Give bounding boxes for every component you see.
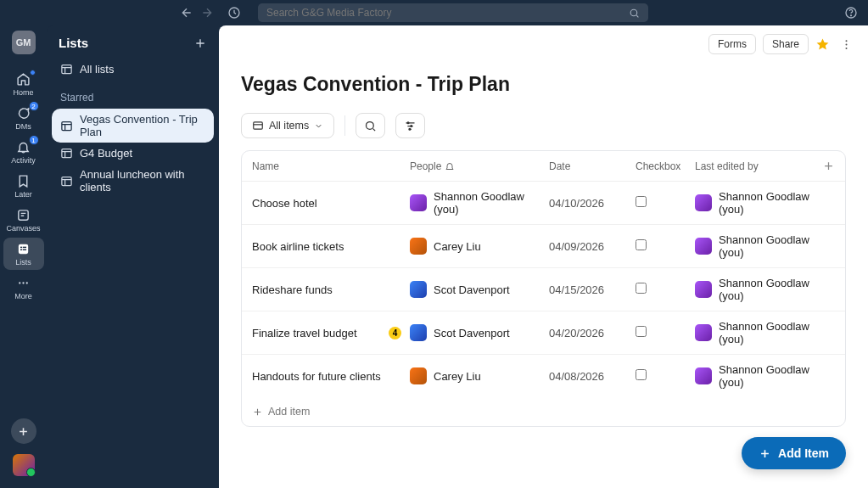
rail-later-label: Later: [14, 190, 32, 199]
cell-date: 04/08/2026: [549, 370, 636, 383]
lists-icon: [16, 241, 31, 256]
rail-home-label: Home: [13, 88, 33, 97]
svg-rect-16: [62, 177, 71, 185]
svg-rect-14: [62, 121, 71, 130]
workspace-switcher[interactable]: GM: [12, 31, 36, 54]
list-icon: [60, 175, 73, 188]
rail-more[interactable]: More: [3, 272, 44, 304]
avatar: [410, 281, 427, 298]
history-icon[interactable]: [227, 6, 241, 20]
sidebar-all-lists[interactable]: All lists: [52, 59, 214, 80]
rail-lists[interactable]: Lists: [3, 238, 44, 270]
star-icon[interactable]: [815, 37, 830, 52]
cell-date: 04/10/2026: [549, 197, 636, 210]
add-item-fab[interactable]: Add Item: [742, 437, 846, 469]
svg-rect-9: [23, 249, 26, 250]
row-checkbox[interactable]: [636, 369, 647, 380]
list-table: Name People Date Checkbox Last edited by…: [241, 150, 846, 427]
cell-name: Choose hotel: [252, 197, 410, 210]
avatar: [410, 238, 427, 255]
table-header: Name People Date Checkbox Last edited by: [242, 151, 845, 182]
cell-checkbox: [636, 326, 695, 339]
more-actions-icon[interactable]: [837, 38, 856, 51]
back-button[interactable]: [180, 6, 193, 20]
cell-checkbox: [636, 196, 695, 210]
sidebar-item[interactable]: G4 Budget: [52, 143, 214, 164]
col-name[interactable]: Name: [252, 160, 410, 172]
svg-rect-15: [62, 149, 71, 158]
avatar: [695, 281, 712, 298]
cell-edited: Shannon Goodlaw (you): [695, 277, 835, 302]
help-icon[interactable]: [844, 6, 858, 20]
add-item-row[interactable]: Add item: [242, 397, 845, 426]
search-input[interactable]: [266, 7, 629, 19]
search-bar[interactable]: [258, 3, 648, 22]
home-unread-dot: [30, 70, 36, 76]
more-icon: [16, 275, 31, 290]
search-list-button[interactable]: [356, 113, 385, 138]
sidebar-starred-label: Starred: [52, 80, 214, 109]
rail-more-label: More: [14, 292, 32, 300]
add-column-button[interactable]: [822, 160, 835, 172]
col-date[interactable]: Date: [549, 160, 636, 172]
share-button[interactable]: Share: [763, 34, 809, 54]
col-people[interactable]: People: [410, 160, 549, 172]
search-icon: [629, 8, 640, 19]
sidebar-item[interactable]: Annual luncheon with clients: [52, 164, 214, 198]
row-checkbox[interactable]: [636, 283, 647, 294]
view-selector-label: All items: [269, 120, 309, 132]
table-row[interactable]: Handouts for future clientsCarey Liu04/0…: [242, 355, 845, 397]
rail-home[interactable]: Home: [3, 68, 44, 100]
svg-point-11: [22, 282, 24, 283]
avatar: [410, 367, 427, 384]
user-avatar[interactable]: [13, 454, 35, 476]
avatar: [695, 238, 712, 255]
table-row[interactable]: Finalize travel budget4Scot Davenport04/…: [242, 311, 845, 355]
view-selector[interactable]: All items: [241, 113, 334, 138]
rail-activity-label: Activity: [11, 156, 36, 165]
row-checkbox[interactable]: [636, 239, 647, 250]
topbar: [0, 0, 868, 25]
sidebar-item[interactable]: Vegas Convention - Trip Plan: [52, 109, 214, 143]
cell-checkbox: [636, 239, 695, 253]
row-checkbox[interactable]: [636, 196, 647, 207]
forward-button[interactable]: [200, 6, 214, 20]
rail-canvases-label: Canvases: [6, 224, 40, 233]
table-row[interactable]: Rideshare fundsScot Davenport04/15/2026S…: [242, 268, 845, 311]
svg-point-12: [26, 282, 28, 283]
svg-point-17: [846, 40, 848, 42]
col-edited[interactable]: Last edited by: [695, 160, 822, 172]
svg-point-21: [367, 121, 374, 129]
col-checkbox[interactable]: Checkbox: [636, 160, 695, 172]
sidebar-add-button[interactable]: [193, 36, 207, 50]
avatar: [695, 324, 712, 341]
cell-name: Handouts for future clients: [252, 370, 410, 383]
sidebar-title: Lists: [59, 36, 88, 50]
rail-activity[interactable]: 1 Activity: [3, 136, 44, 168]
svg-point-23: [411, 125, 412, 126]
svg-point-19: [846, 47, 848, 48]
cell-edited: Shannon Goodlaw (you): [695, 320, 835, 345]
svg-rect-20: [254, 122, 263, 129]
avatar: [410, 324, 427, 341]
forms-button[interactable]: Forms: [708, 34, 756, 54]
svg-point-24: [409, 128, 411, 130]
rail-canvases[interactable]: Canvases: [3, 204, 44, 236]
rail-dms[interactable]: 2 DMs: [3, 102, 44, 134]
bell-icon: [445, 161, 455, 171]
rail-dms-label: DMs: [15, 122, 31, 131]
row-checkbox[interactable]: [636, 326, 647, 337]
svg-point-18: [846, 43, 848, 45]
filter-button[interactable]: [395, 113, 425, 138]
page-title: Vegas Convention - Trip Plan: [241, 73, 846, 96]
cell-checkbox: [636, 369, 695, 383]
dms-badge: 2: [29, 101, 39, 111]
rail-later[interactable]: Later: [3, 170, 44, 202]
activity-badge: 1: [29, 135, 39, 145]
avatar: [695, 194, 712, 211]
rail-create-button[interactable]: [11, 418, 36, 444]
home-icon: [16, 71, 31, 87]
sidebar: Lists All lists Starred Vegas Convention…: [47, 25, 219, 488]
table-row[interactable]: Book airline ticketsCarey Liu04/09/2026S…: [242, 225, 845, 268]
table-row[interactable]: Choose hotelShannon Goodlaw (you)04/10/2…: [242, 182, 845, 225]
